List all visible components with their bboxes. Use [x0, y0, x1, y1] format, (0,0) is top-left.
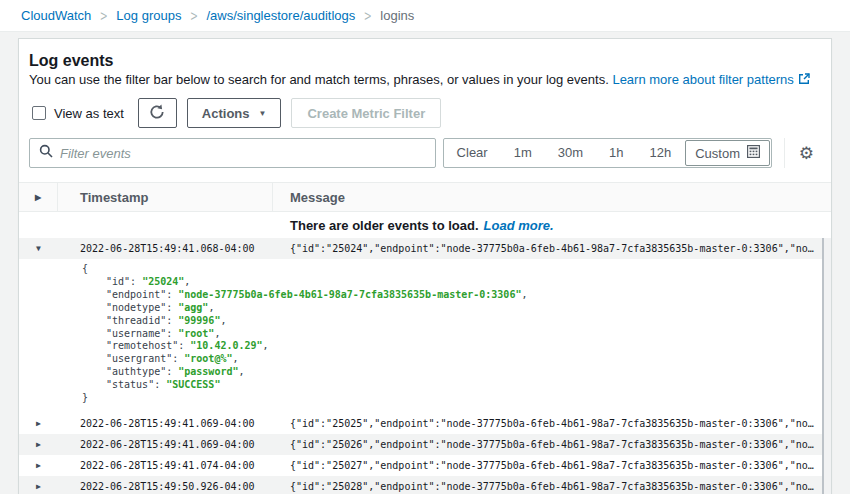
view-as-text-label: View as text — [54, 106, 124, 121]
json-field-line: "threadid": "99996", — [106, 315, 831, 328]
row-expander-icon[interactable]: ▼ — [36, 244, 41, 253]
json-colon: : — [166, 315, 178, 326]
json-colon: : — [166, 366, 178, 377]
table-row[interactable]: ▶ 2022-06-28T15:49:41.069-04:00 {"id":"2… — [19, 413, 831, 434]
breadcrumb-separator-icon: > — [100, 7, 107, 24]
row-message: {"id":"25026","endpoint":"node-37775b0a-… — [273, 439, 831, 450]
json-colon: : — [130, 276, 142, 287]
row-message: {"id":"25025","endpoint":"node-37775b0a-… — [273, 418, 831, 429]
json-field-line: "status": "SUCCESS" — [106, 379, 831, 392]
json-comma: , — [220, 315, 226, 326]
breadcrumb-log-groups[interactable]: Log groups — [116, 8, 181, 23]
actions-label: Actions — [202, 106, 250, 121]
json-field-line: "usergrant": "root@%", — [106, 353, 831, 366]
row-message: {"id":"25028","endpoint":"node-37775b0a-… — [273, 481, 831, 492]
breadcrumb-separator-icon: > — [190, 7, 197, 24]
caret-down-icon: ▼ — [259, 109, 267, 118]
table-header: ▶ Timestamp Message — [19, 182, 831, 212]
header-expander-icon[interactable]: ▶ — [35, 193, 41, 202]
older-events-text: There are older events to load. — [19, 218, 479, 233]
table-row[interactable]: ▼ 2022-06-28T15:49:41.068-04:00 {"id":"2… — [19, 238, 831, 259]
time-range-custom[interactable]: Custom — [685, 140, 770, 166]
view-as-text-checkbox[interactable] — [32, 106, 46, 120]
json-field-line: "authtype": "password", — [106, 366, 831, 379]
row-timestamp: 2022-06-28T15:49:41.069-04:00 — [58, 439, 273, 450]
load-more-row: There are older events to load. Load mor… — [19, 212, 831, 238]
log-rows: ▼ 2022-06-28T15:49:41.068-04:00 {"id":"2… — [19, 238, 831, 494]
row-expander-icon[interactable]: ▶ — [36, 440, 41, 449]
column-header-timestamp: Timestamp — [58, 183, 273, 211]
json-value: "SUCCESS" — [166, 379, 220, 390]
time-range-1m[interactable]: 1m — [501, 139, 545, 167]
view-as-text-control[interactable]: View as text — [32, 106, 124, 121]
time-range-1h[interactable]: 1h — [596, 139, 636, 167]
toolbar: View as text Actions ▼ Create Metric Fil… — [29, 98, 821, 128]
json-colon: : — [166, 289, 178, 300]
search-icon — [39, 144, 53, 162]
learn-more-link[interactable]: Learn more about filter patterns — [612, 72, 793, 87]
json-comma: , — [184, 276, 190, 287]
json-field-line: "id": "25024", — [106, 276, 831, 289]
json-key: "threadid" — [106, 315, 166, 326]
log-events-table: ▶ Timestamp Message There are older even… — [19, 182, 831, 494]
json-value: "agg" — [178, 302, 208, 313]
json-field-line: "endpoint": "node-37775b0a-6feb-4b61-98a… — [106, 289, 831, 302]
json-value: "root@%" — [184, 353, 232, 364]
json-colon: : — [172, 353, 184, 364]
create-metric-filter-button[interactable]: Create Metric Filter — [291, 98, 441, 128]
json-comma: , — [214, 328, 220, 339]
json-key: "usergrant" — [106, 353, 172, 364]
json-colon: : — [166, 328, 178, 339]
json-value: "99996" — [178, 315, 220, 326]
row-timestamp: 2022-06-28T15:49:41.074-04:00 — [58, 460, 273, 471]
time-range-12h[interactable]: 12h — [637, 139, 685, 167]
breadcrumb-log-group[interactable]: /aws/singlestore/auditlogs — [206, 8, 355, 23]
json-field-line: "nodetype": "agg", — [106, 302, 831, 315]
filter-row: Clear 1m 30m 1h 12h Custom ⚙ — [29, 138, 821, 168]
calendar-icon — [747, 144, 760, 162]
actions-button[interactable]: Actions ▼ — [187, 98, 282, 128]
custom-label: Custom — [695, 146, 740, 161]
breadcrumb-cloudwatch[interactable]: CloudWatch — [21, 8, 91, 23]
json-value: "10.42.0.29" — [190, 340, 262, 351]
time-range-control: Clear 1m 30m 1h 12h Custom — [443, 138, 772, 168]
json-close-brace: } — [82, 392, 831, 405]
row-expander-icon[interactable]: ▶ — [36, 482, 41, 491]
refresh-icon — [149, 104, 165, 123]
breadcrumb-separator-icon: > — [364, 7, 371, 24]
json-value: "25024" — [142, 276, 184, 287]
filter-events-input[interactable] — [60, 146, 435, 161]
json-lines: "id": "25024", "endpoint": "node-37775b0… — [82, 276, 831, 392]
json-key: "status" — [106, 379, 154, 390]
external-link-icon — [798, 73, 810, 89]
json-open-brace: { — [82, 263, 831, 276]
json-value: "password" — [178, 366, 238, 377]
json-comma: , — [208, 302, 214, 313]
json-comma: , — [232, 353, 238, 364]
row-timestamp: 2022-06-28T15:49:41.069-04:00 — [58, 418, 273, 429]
json-comma: , — [521, 289, 527, 300]
time-range-clear[interactable]: Clear — [444, 139, 501, 167]
filter-events-box[interactable] — [29, 138, 436, 168]
load-more-link[interactable]: Load more. — [484, 218, 554, 233]
row-expander-icon[interactable]: ▶ — [36, 461, 41, 470]
json-value: "node-37775b0a-6feb-4b61-98a7-7cfa383563… — [178, 289, 521, 300]
row-timestamp: 2022-06-28T15:49:50.926-04:00 — [58, 481, 273, 492]
column-header-message: Message — [273, 190, 831, 205]
refresh-button[interactable] — [138, 98, 177, 128]
json-key: "username" — [106, 328, 166, 339]
settings-gear-icon[interactable]: ⚙ — [792, 138, 821, 168]
json-field-line: "remotehost": "10.42.0.29", — [106, 340, 831, 353]
json-key: "id" — [106, 276, 130, 287]
table-row[interactable]: ▶ 2022-06-28T15:49:50.926-04:00 {"id":"2… — [19, 476, 831, 494]
description-text: You can use the filter bar below to sear… — [29, 72, 609, 87]
json-comma: , — [238, 366, 244, 377]
table-row[interactable]: ▶ 2022-06-28T15:49:41.074-04:00 {"id":"2… — [19, 455, 831, 476]
page-title: Log events — [29, 51, 821, 70]
time-range-30m[interactable]: 30m — [545, 139, 596, 167]
json-colon: : — [178, 340, 190, 351]
vertical-scrollbar[interactable] — [822, 238, 831, 494]
row-expander-icon[interactable]: ▶ — [36, 419, 41, 428]
table-row[interactable]: ▶ 2022-06-28T15:49:41.069-04:00 {"id":"2… — [19, 434, 831, 455]
json-key: "remotehost" — [106, 340, 178, 351]
